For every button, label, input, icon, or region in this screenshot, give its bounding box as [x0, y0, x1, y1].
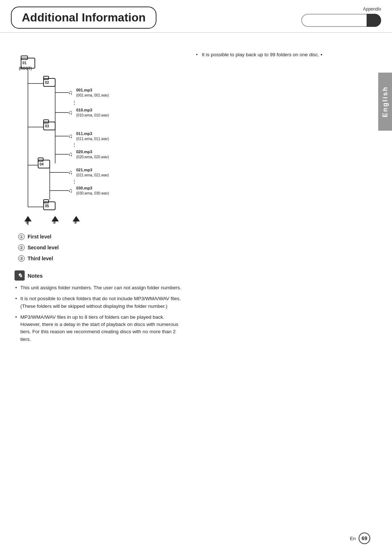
svg-text:04: 04: [40, 162, 44, 166]
svg-text:011.mp3: 011.mp3: [76, 131, 92, 136]
svg-text:03: 03: [45, 124, 49, 128]
svg-rect-35: [38, 158, 43, 161]
header: Additional Information Appendix: [0, 0, 392, 33]
svg-text:♫: ♫: [68, 89, 73, 95]
folder-tree-diagram: 01 (ROOT) 02 ♫ 001.mp3 (0: [15, 51, 185, 226]
svg-text:①: ①: [25, 220, 29, 224]
left-column: 01 (ROOT) 02 ♫ 001.mp3 (0: [11, 44, 185, 347]
legend-item-3: ③ Third level: [18, 255, 185, 262]
notes-title: Notes: [28, 273, 43, 279]
svg-text:(010.wma, 010.wav): (010.wma, 010.wav): [76, 113, 109, 117]
page-title: Additional Information: [22, 11, 146, 24]
header-pill: [301, 14, 381, 27]
pencil-icon: ✎: [17, 272, 22, 279]
footer: En 69: [350, 532, 370, 544]
legend-item-2: ② Second level: [18, 244, 185, 251]
svg-text:(001.wma, 001.wav): (001.wma, 001.wav): [76, 93, 109, 97]
legend: ① First level ② Second level ③ Third lev…: [11, 233, 185, 262]
svg-text:05: 05: [45, 204, 49, 208]
svg-text:02: 02: [45, 81, 49, 85]
list-item: It is not possible to check folders that…: [15, 295, 185, 310]
svg-text:♫: ♫: [68, 151, 73, 157]
svg-text:⋮: ⋮: [72, 100, 77, 106]
svg-text:(021.wma, 021.wav): (021.wma, 021.wav): [76, 173, 109, 177]
svg-text:(030.wma, 030.wav): (030.wma, 030.wav): [76, 191, 109, 195]
svg-text:⋮: ⋮: [72, 142, 77, 148]
svg-text:001.mp3: 001.mp3: [76, 88, 92, 92]
side-tab: English: [378, 73, 392, 131]
list-item: This unit assigns folder numbers. The us…: [15, 284, 185, 291]
svg-text:021.mp3: 021.mp3: [76, 168, 92, 172]
svg-text:③: ③: [74, 220, 77, 224]
svg-rect-49: [44, 200, 49, 203]
svg-text:010.mp3: 010.mp3: [76, 108, 92, 112]
svg-rect-21: [44, 120, 49, 123]
footer-en-label: En: [350, 536, 356, 541]
appendix-label: Appendix: [363, 7, 381, 12]
side-tab-label: English: [381, 86, 389, 117]
list-item: MP3/WMA/WAV files in up to 8 tiers of fo…: [15, 314, 185, 343]
page: Additional Information Appendix English …: [0, 0, 392, 555]
list-item: It is possible to play back up to 99 fol…: [196, 51, 363, 59]
svg-text:020.mp3: 020.mp3: [76, 150, 92, 154]
tree-svg: 01 (ROOT) 02 ♫ 001.mp3 (0: [15, 51, 167, 225]
notes-header: ✎ Notes: [15, 270, 185, 281]
svg-text:(ROOT): (ROOT): [19, 66, 32, 70]
notes-icon: ✎: [15, 270, 25, 281]
svg-text:01: 01: [23, 61, 27, 65]
legend-label-3: Third level: [28, 256, 53, 261]
svg-text:♫: ♫: [68, 169, 73, 175]
notes-section: ✎ Notes This unit assigns folder numbers…: [11, 270, 185, 343]
header-right: Appendix: [164, 7, 381, 29]
right-bullet-list: It is possible to play back up to 99 fol…: [196, 51, 363, 59]
right-column: It is possible to play back up to 99 fol…: [196, 44, 381, 347]
svg-text:②: ②: [53, 220, 56, 224]
legend-label-1: First level: [28, 234, 51, 240]
legend-num-3: ③: [18, 255, 25, 262]
svg-text:(011.wma, 011.wav): (011.wma, 011.wav): [76, 137, 109, 141]
header-pill-block: [367, 14, 381, 27]
svg-rect-7: [44, 76, 49, 79]
svg-text:♫: ♫: [68, 109, 73, 115]
main-content: 01 (ROOT) 02 ♫ 001.mp3 (0: [0, 33, 392, 347]
svg-text:♫: ♫: [68, 187, 73, 193]
svg-text:♫: ♫: [68, 133, 73, 139]
svg-text:⋮: ⋮: [72, 179, 77, 184]
svg-text:(020.wma, 020.wav): (020.wma, 020.wav): [76, 155, 109, 159]
title-box: Additional Information: [11, 7, 156, 29]
notes-list: This unit assigns folder numbers. The us…: [15, 284, 185, 343]
svg-text:030.mp3: 030.mp3: [76, 186, 92, 190]
footer-page-number: 69: [359, 532, 370, 544]
legend-label-2: Second level: [28, 245, 59, 250]
legend-num-1: ①: [18, 233, 25, 240]
legend-num-2: ②: [18, 244, 25, 251]
legend-item-1: ① First level: [18, 233, 185, 240]
